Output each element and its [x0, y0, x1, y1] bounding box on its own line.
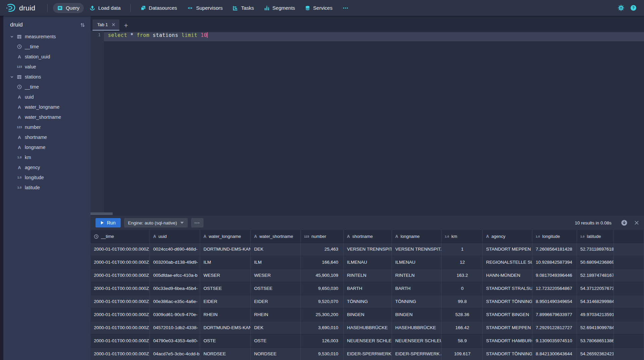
sidebar-column-km[interactable]: 1.0km	[3, 152, 91, 162]
cell-latitude[interactable]: 54.265923624210	[577, 348, 614, 360]
cell-longname[interactable]: ILMENAU	[392, 256, 442, 269]
cell-number[interactable]: 166,640	[301, 256, 344, 269]
cell-time[interactable]: 2000-01-01T00:00:00.000Z	[91, 243, 150, 256]
cell-km[interactable]: 12	[442, 256, 483, 269]
sql-code-line[interactable]: select * from stations limit 10	[108, 32, 208, 41]
sidebar-column-agency[interactable]: Aagency	[3, 162, 91, 172]
cell-km[interactable]: 58.9	[442, 335, 483, 348]
cell-water-shortname[interactable]: NORDSEE	[251, 348, 301, 360]
cell-water-shortname[interactable]: RHEIN	[251, 308, 301, 321]
column-header-number[interactable]: 123number	[301, 230, 344, 243]
sidebar-column-number[interactable]: 123number	[3, 122, 91, 132]
tab-tab-1[interactable]: Tab 1	[93, 19, 119, 31]
cell-water-longname[interactable]: WESER	[200, 269, 251, 282]
cell-shortname[interactable]: EIDER-SPERRWERK AP	[344, 348, 392, 360]
cell-number[interactable]: 9,530,010	[301, 348, 344, 360]
nav-item-load-data[interactable]: Load data	[85, 3, 125, 13]
cell-longname[interactable]: EIDER-SPERRWERK AP	[392, 348, 442, 360]
cell-water-shortname[interactable]: EIDER	[251, 295, 301, 308]
cell-agency[interactable]: STANDORT TÖNNING	[483, 348, 532, 360]
cell-latitude[interactable]: 53.780686513863	[577, 335, 614, 348]
cell-time[interactable]: 2000-01-01T00:00:00.000Z	[91, 295, 150, 308]
cell-shortname[interactable]: HASEHUBBRÜCKE	[344, 321, 392, 335]
horizontal-scrollbar-thumb[interactable]	[91, 212, 113, 215]
cell-uuid[interactable]: 003200ab-d138-49d9-	[150, 256, 200, 269]
sidebar-column-value[interactable]: 123value	[3, 62, 91, 72]
cell-km[interactable]: 166.42	[442, 321, 483, 335]
run-button[interactable]: Run	[96, 218, 121, 227]
cell-longitude[interactable]: 9.1309035974510	[532, 335, 577, 348]
swap-vertical-icon[interactable]	[80, 22, 85, 28]
column-header-longitude[interactable]: 1.0longitude	[532, 230, 577, 243]
cell-time[interactable]: 2000-01-01T00:00:00.000Z	[91, 282, 150, 295]
sidebar-column-station-uuid[interactable]: Astation_uuid	[3, 52, 91, 62]
cell-uuid[interactable]: 00c33ed9-6bea-45b4-	[150, 282, 200, 295]
cell-number[interactable]: 25,300,200	[301, 308, 344, 321]
cell-km[interactable]: 528.36	[442, 308, 483, 321]
cell-water-shortname[interactable]: DEK	[251, 321, 301, 335]
column-header-latitude[interactable]: 1.0latitude	[577, 230, 614, 243]
sidebar-column-uuid[interactable]: Auuid	[3, 92, 91, 102]
cell-water-shortname[interactable]: ILM	[251, 256, 301, 269]
cell-uuid[interactable]: 0309cd61-90c9-470e-	[150, 308, 200, 321]
tab-close-icon[interactable]	[112, 23, 115, 27]
close-results-icon[interactable]	[634, 220, 639, 225]
cell-shortname[interactable]: NEUENSEER SCHLEUS	[344, 335, 392, 348]
sidebar-column-latitude[interactable]: 1.0latitude	[3, 183, 91, 193]
cell-km[interactable]: 1	[442, 243, 483, 256]
cell-shortname[interactable]: BARTH	[344, 282, 392, 295]
cell-longitude[interactable]: 10.928842587394	[532, 256, 577, 269]
cell-agency[interactable]: STANDORT TÖNNING	[483, 295, 532, 308]
cell-water-longname[interactable]: RHEIN	[200, 308, 251, 321]
cell-water-shortname[interactable]: OSTE	[251, 335, 301, 348]
cell-km[interactable]: 109.617	[442, 348, 483, 360]
cell-uuid[interactable]: 04acd7e5-3cbc-4cdd-b	[150, 348, 200, 360]
cell-latitude[interactable]: 52.731186976180	[577, 243, 614, 256]
cell-number[interactable]: 9,650,030	[301, 282, 344, 295]
sidebar-column-longitude[interactable]: 1.0longitude	[3, 172, 91, 183]
cell-uuid[interactable]: 04790e03-4353-4e80-	[150, 335, 200, 348]
query-more-button[interactable]: •••	[191, 218, 203, 227]
cell-km[interactable]: 0	[442, 282, 483, 295]
sidebar-table-measurements[interactable]: measurements	[3, 32, 91, 42]
column-header-water-longname[interactable]: Awater_longname	[200, 230, 251, 243]
cell-shortname[interactable]: VERSEN TRENNSPITZE	[344, 243, 392, 256]
cell-water-longname[interactable]: DORTMUND-EMS-KANAL	[200, 321, 251, 335]
cell-number[interactable]: 126,003	[301, 335, 344, 348]
cell-longitude[interactable]: 9.0817049396446	[532, 269, 577, 282]
cell-uuid[interactable]: 005dfdae-efcc-410a-b	[150, 269, 200, 282]
cell-longitude[interactable]: 8.8421300643644	[532, 348, 577, 360]
column-header-shortname[interactable]: Ashortname	[344, 230, 392, 243]
cell-latitude[interactable]: 49.970342135919	[577, 308, 614, 321]
druid-logo[interactable]: druid	[5, 4, 35, 12]
column-header-km[interactable]: 1.0km	[442, 230, 483, 243]
sidebar-column-time[interactable]: __time	[3, 82, 91, 92]
cell-shortname[interactable]: BINGEN	[344, 308, 392, 321]
nav-item-segments[interactable]: Segments	[260, 3, 300, 13]
cell-longitude[interactable]: 7.8996679633977	[532, 308, 577, 321]
cell-longitude[interactable]: 8.9501490349654	[532, 295, 577, 308]
column-header-water-shortname[interactable]: Awater_shortname	[251, 230, 301, 243]
column-header-time[interactable]: __time	[91, 230, 150, 243]
cell-water-shortname[interactable]: OSTSEE	[251, 282, 301, 295]
column-header-uuid[interactable]: Auuid	[150, 230, 200, 243]
cell-time[interactable]: 2000-01-01T00:00:00.000Z	[91, 269, 150, 282]
cell-agency[interactable]: STANDORT MEPPEN	[483, 243, 532, 256]
cell-agency[interactable]: REGIONALSTELLE SUH	[483, 256, 532, 269]
cell-longname[interactable]: VERSEN TRENNSPITZE	[392, 243, 442, 256]
cell-agency[interactable]: STANDORT STRALSUN	[483, 282, 532, 295]
add-tab-button[interactable]: +	[124, 22, 128, 29]
nav-item-datasources[interactable]: Datasources	[136, 3, 181, 13]
cell-time[interactable]: 2000-01-01T00:00:00.000Z	[91, 321, 150, 335]
sidebar-column-shortname[interactable]: Ashortname	[3, 132, 91, 142]
cell-longname[interactable]: BINGEN	[392, 308, 442, 321]
sidebar-column-time[interactable]: __time	[3, 42, 91, 52]
cell-agency[interactable]: STANDORT BINGEN	[483, 308, 532, 321]
cell-water-longname[interactable]: DORTMUND-EMS-KANAL	[200, 243, 251, 256]
cell-longname[interactable]: HASEHUBBRÜCKE	[392, 321, 442, 335]
cell-time[interactable]: 2000-01-01T00:00:00.000Z	[91, 308, 150, 321]
cell-number[interactable]: 3,690,010	[301, 321, 344, 335]
cell-number[interactable]: 25,463	[301, 243, 344, 256]
settings-icon[interactable]	[618, 5, 624, 11]
cell-latitude[interactable]: 54.314682999845	[577, 295, 614, 308]
